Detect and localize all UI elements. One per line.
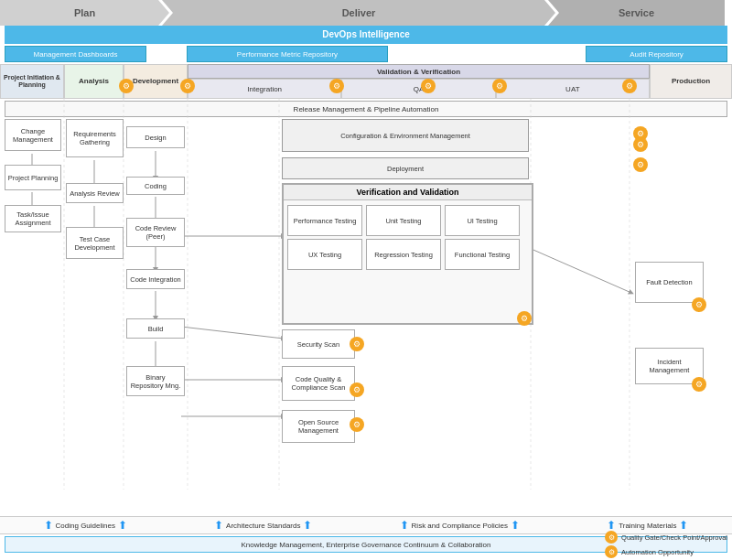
gear-icon-incident: ⚙ <box>692 377 706 392</box>
diagram-container: Plan Deliver Service DevOps Intelligence… <box>0 0 732 560</box>
risk-compliance-label: ⬆ Risk and Compliance Policies ⬆ <box>400 519 520 532</box>
arch-arrow-down-icon: ⬆ <box>303 519 312 532</box>
unit-testing-box: Unit Testing <box>366 205 441 236</box>
vv-bottom-row: UX Testing Regression Testing Functional… <box>284 239 532 273</box>
arch-arrow-icon: ⬆ <box>214 519 223 532</box>
code-integration-box: Code Integration <box>126 269 185 289</box>
legend-automation-icon: ⚙ <box>605 545 618 558</box>
test-case-dev-box: Test Case Development <box>66 227 124 259</box>
coding-arrow-down-icon: ⬆ <box>118 519 127 532</box>
phase-deliver: Deliver <box>162 0 555 26</box>
open-source-box: Open Source Management <box>282 410 355 443</box>
lanes-row: Project Initiation & Planning Analysis D… <box>0 64 732 99</box>
phase-plan: Plan <box>0 0 169 26</box>
gear-icon-deploy: ⚙ <box>633 157 648 172</box>
lane-production: Production <box>650 64 732 99</box>
val-sub-lanes: Integration QA UAT <box>188 79 650 99</box>
change-mgmt-box: Change Management <box>5 119 61 151</box>
gear-icon-integration: ⚙ <box>329 79 344 93</box>
gear-icon-qa: ⚙ <box>421 79 436 93</box>
legend-quality-gate: ⚙ Quality Gate/Check Point/Approval <box>605 531 727 544</box>
req-gathering-box: Requirements Gathering <box>66 119 124 157</box>
ui-testing-box: UI Testing <box>445 205 520 236</box>
analysis-review-box: Analysis Review <box>66 183 124 203</box>
gear-icon-config2: ⚙ <box>633 137 648 152</box>
gear-icon-security: ⚙ <box>350 337 364 351</box>
build-box: Build <box>126 318 185 339</box>
release-mgmt-bar: Release Management & Pipeline Automation <box>5 101 727 117</box>
lane-val-area: Validation & Verification Integration QA… <box>188 64 650 99</box>
config-env-box: Configuration & Environment Management <box>282 119 529 152</box>
lane-project: Project Initiation & Planning <box>0 64 64 99</box>
design-box: Design <box>126 126 185 148</box>
gear-icon-vv: ⚙ <box>517 311 532 326</box>
audit-repo-bar: Audit Repository <box>586 46 727 62</box>
legend: ⚙ Quality Gate/Check Point/Approval ⚙ Au… <box>605 531 727 558</box>
task-issue-box: Task/Issue Assignment <box>5 205 61 232</box>
training-arrow-down-icon: ⬆ <box>679 519 688 532</box>
coding-arrow-icon: ⬆ <box>44 519 53 532</box>
deployment-box: Deployment <box>282 157 529 179</box>
functional-testing-box: Functional Testing <box>445 239 520 270</box>
coding-box: Coding <box>126 177 185 195</box>
validation-header: Validation & Verification <box>188 64 650 79</box>
fault-detection-box: Fault Detection <box>635 262 704 303</box>
vv-title: Verification and Validation <box>284 185 532 200</box>
phase-header-row: Plan Deliver Service <box>0 0 732 26</box>
risk-arrow-icon: ⬆ <box>400 519 409 532</box>
gear-icon-dev: ⚙ <box>180 79 195 93</box>
svg-line-16 <box>181 327 284 339</box>
arch-standards-label: ⬆ Architecture Standards ⬆ <box>214 519 312 532</box>
gear-icon-analysis: ⚙ <box>119 79 134 93</box>
binary-repo-box: Binary Repository Mng. <box>126 366 185 396</box>
gear-icon-quality: ⚙ <box>350 382 364 397</box>
code-quality-box: Code Quality & Compliance Scan <box>282 366 355 401</box>
svg-line-19 <box>527 247 631 293</box>
training-label: ⬆ Training Materials ⬆ <box>607 519 688 532</box>
code-review-box: Code Review (Peer) <box>126 218 185 247</box>
gear-icon-uat: ⚙ <box>492 79 507 93</box>
devops-bar: DevOps Intelligence <box>5 26 727 44</box>
gear-icon-production: ⚙ <box>622 79 637 93</box>
regression-testing-box: Regression Testing <box>366 239 441 270</box>
sub-bar-row: Management Dashboards Performance Metric… <box>5 46 727 62</box>
risk-arrow-down-icon: ⬆ <box>511 519 520 532</box>
legend-quality-gate-icon: ⚙ <box>605 531 618 544</box>
security-scan-box: Security Scan <box>282 329 355 359</box>
perf-metric-bar: Performance Metric Repository <box>187 46 388 62</box>
lane-development: Development <box>124 64 188 99</box>
coding-guidelines-label: ⬆ Coding Guidelines ⬆ <box>44 519 127 532</box>
training-arrow-icon: ⬆ <box>607 519 616 532</box>
lane-integration: Integration <box>188 79 341 99</box>
lane-analysis: Analysis <box>64 64 124 99</box>
gear-icon-opensource: ⚙ <box>350 417 364 432</box>
lane-qa: QA <box>341 79 495 99</box>
perf-testing-box: Performance Testing <box>287 205 362 236</box>
ux-testing-box: UX Testing <box>287 239 362 270</box>
mgmt-dashboard-bar: Management Dashboards <box>5 46 146 62</box>
legend-automation: ⚙ Automation Opportunity <box>605 545 727 558</box>
phase-service: Service <box>548 0 725 26</box>
project-planning-box: Project Planning <box>5 165 61 190</box>
vv-top-row: Performance Testing Unit Testing UI Test… <box>284 200 532 239</box>
vv-container: Verification and Validation Performance … <box>282 183 533 325</box>
gear-icon-fault: ⚙ <box>692 297 706 312</box>
